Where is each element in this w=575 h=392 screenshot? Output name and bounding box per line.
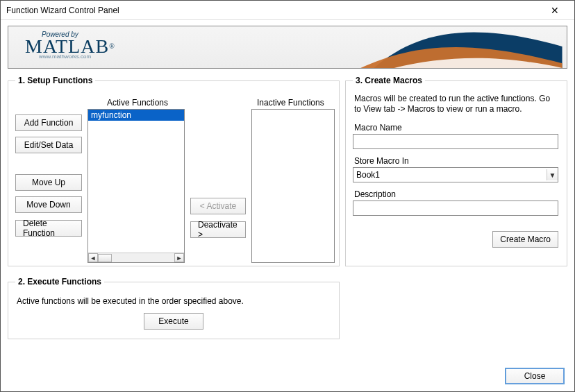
content-area: 1. Setup Functions Add Function Edit/Set… xyxy=(8,76,567,360)
scroll-track[interactable] xyxy=(98,253,174,262)
registered-mark: ® xyxy=(109,42,115,50)
macro-name-label: Macro Name xyxy=(354,123,560,133)
deactivate-button[interactable]: Deactivate > xyxy=(190,221,246,238)
description-label: Description xyxy=(354,189,560,199)
execute-legend: 2. Execute Functions xyxy=(15,277,104,287)
active-functions-list[interactable]: myfunction ◄ ► xyxy=(88,109,185,263)
close-button[interactable]: Close xyxy=(505,368,565,384)
active-functions-label: Active Functions xyxy=(107,98,168,108)
banner-artwork xyxy=(289,26,567,68)
matlab-logo: Powered by MATLAB® www.mathworks.com xyxy=(25,31,115,60)
edit-set-data-button[interactable]: Edit/Set Data xyxy=(15,137,82,153)
footer: Close xyxy=(505,368,565,384)
add-function-button[interactable]: Add Function xyxy=(15,114,82,131)
execute-description: Active functions will be executed in the… xyxy=(17,296,332,306)
setup-legend: 1. Setup Functions xyxy=(15,76,95,85)
setup-button-column: Add Function Edit/Set Data Move Up Move … xyxy=(15,114,82,242)
setup-functions-group: 1. Setup Functions Add Function Edit/Set… xyxy=(8,76,340,266)
matlab-wordmark: MATLAB® xyxy=(25,38,115,55)
macros-help-text: Macros will be created to run the active… xyxy=(354,94,558,114)
scroll-right-icon[interactable]: ► xyxy=(174,253,184,262)
activate-button[interactable]: < Activate xyxy=(190,198,246,214)
description-input[interactable] xyxy=(353,201,558,216)
delete-function-button[interactable]: Delete Function xyxy=(15,220,82,237)
list-item[interactable]: myfunction xyxy=(88,110,184,121)
store-macro-label: Store Macro In xyxy=(354,156,560,166)
chevron-down-icon: ▼ xyxy=(547,169,558,180)
macros-legend: 3. Create Macros xyxy=(353,76,425,85)
scroll-thumb[interactable] xyxy=(98,254,112,262)
macro-name-input[interactable] xyxy=(353,134,558,149)
scroll-left-icon[interactable]: ◄ xyxy=(88,253,98,262)
store-macro-select[interactable]: Book1 ▼ xyxy=(353,167,558,182)
title-bar: Function Wizard Control Panel ✕ xyxy=(1,1,574,20)
move-down-button[interactable]: Move Down xyxy=(15,196,82,213)
close-icon[interactable]: ✕ xyxy=(541,5,569,16)
activate-button-column: < Activate Deactivate > xyxy=(190,198,246,244)
store-macro-value: Book1 xyxy=(356,170,380,180)
horizontal-scrollbar[interactable]: ◄ ► xyxy=(88,253,184,262)
create-macros-group: 3. Create Macros Macros will be created … xyxy=(345,76,567,266)
execute-button[interactable]: Execute xyxy=(144,313,203,330)
inactive-functions-list[interactable] xyxy=(251,109,335,263)
create-macro-button[interactable]: Create Macro xyxy=(492,231,558,248)
banner: Powered by MATLAB® www.mathworks.com xyxy=(8,26,567,69)
inactive-functions-label: Inactive Functions xyxy=(257,98,324,108)
window-title: Function Wizard Control Panel xyxy=(6,6,541,15)
move-up-button[interactable]: Move Up xyxy=(15,174,82,191)
execute-functions-group: 2. Execute Functions Active functions wi… xyxy=(8,277,340,339)
